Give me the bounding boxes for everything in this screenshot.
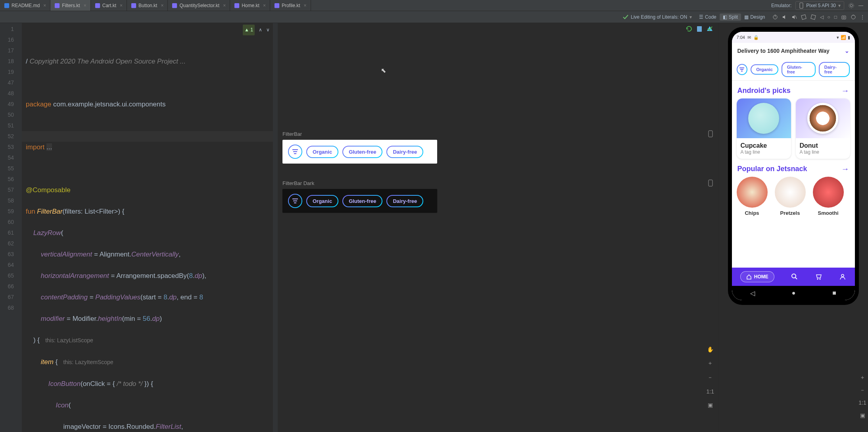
chip-gluten[interactable]: Gluten-free bbox=[342, 195, 382, 207]
tab-home[interactable]: Home.kt× bbox=[230, 0, 270, 11]
filter-icon[interactable] bbox=[737, 64, 748, 75]
zoom-out-icon[interactable]: － bbox=[858, 387, 866, 395]
code-editor[interactable]: ▲ 1 ∧ ∨ / Copyright 2020 The Android Ope… bbox=[22, 23, 278, 432]
device-deploy-icon[interactable] bbox=[696, 25, 703, 33]
line-gutter: 1161718194748495051525354555657585960616… bbox=[0, 23, 22, 432]
svg-point-32 bbox=[817, 279, 818, 280]
nav-up-icon[interactable]: ∧ bbox=[259, 25, 262, 35]
power-icon[interactable] bbox=[772, 14, 778, 20]
zoom-in-icon[interactable]: ＋ bbox=[707, 360, 713, 367]
minimize-icon[interactable]: — bbox=[858, 3, 863, 8]
system-nav: ◁ ● ■ bbox=[732, 286, 855, 300]
cart-icon[interactable] bbox=[815, 273, 822, 280]
emulator-screen[interactable]: 7:04 ✉ 🔒 ▾📶▮ Delivery to 1600 Amphitheat… bbox=[732, 32, 855, 300]
svg-rect-2 bbox=[95, 3, 100, 8]
sys-overview-icon[interactable]: ■ bbox=[832, 289, 836, 297]
tab-cart[interactable]: Cart.kt× bbox=[91, 0, 127, 11]
pan-icon[interactable]: ✋ bbox=[707, 346, 714, 353]
popular-chips[interactable]: Chips bbox=[737, 177, 768, 216]
chip-organic[interactable]: Organic bbox=[306, 146, 338, 158]
chip-organic[interactable]: Organic bbox=[751, 64, 778, 75]
fit-screen-icon[interactable]: ▣ bbox=[858, 412, 866, 420]
close-icon[interactable]: × bbox=[223, 3, 226, 8]
device-selector[interactable]: Pixel 5 API 30▾ bbox=[795, 1, 844, 10]
svg-rect-18 bbox=[697, 26, 702, 32]
popular-smoothie[interactable]: Smoothi bbox=[813, 177, 844, 216]
rotate-right-icon[interactable] bbox=[810, 14, 816, 20]
live-edit-toggle[interactable]: Live Editing of Literals: ON▾ bbox=[623, 14, 692, 20]
tab-quantity[interactable]: QuantitySelector.kt× bbox=[168, 0, 230, 11]
chip-gluten[interactable]: Gluten-free bbox=[782, 62, 816, 77]
view-design[interactable]: ▦ Design bbox=[741, 14, 768, 21]
preview-dark-label: FilterBar Dark bbox=[282, 180, 314, 186]
search-icon[interactable] bbox=[791, 273, 798, 280]
delivery-address[interactable]: Delivery to 1600 Amphitheater Way ⌄ bbox=[732, 43, 855, 59]
chip-dairy[interactable]: Dairy-free bbox=[386, 195, 423, 207]
profile-icon[interactable] bbox=[839, 273, 846, 280]
zoom-out-icon[interactable]: － bbox=[707, 374, 713, 381]
filter-icon[interactable] bbox=[288, 145, 302, 159]
section-popular: Popular on Jetsnack bbox=[737, 165, 807, 173]
chevron-down-icon: ⌄ bbox=[845, 48, 849, 54]
tab-profile[interactable]: Profile.kt× bbox=[270, 0, 311, 11]
refresh-icon[interactable] bbox=[686, 25, 693, 33]
bottom-nav: HOME bbox=[732, 268, 855, 286]
record-icon[interactable] bbox=[851, 14, 856, 20]
phone-frame: 7:04 ✉ 🔒 ▾📶▮ Delivery to 1600 Amphitheat… bbox=[728, 27, 859, 305]
snack-cupcake[interactable]: CupcakeA tag line bbox=[737, 98, 791, 159]
nav-home[interactable]: HOME bbox=[740, 271, 774, 282]
section-androids-picks: Android's picks bbox=[737, 87, 791, 95]
chip-dairy[interactable]: Dairy-free bbox=[386, 146, 423, 158]
close-icon[interactable]: × bbox=[84, 3, 86, 8]
zoom-fit-icon[interactable]: 1:1 bbox=[707, 388, 714, 395]
preview-light-label: FilterBar bbox=[282, 131, 302, 137]
sys-home-icon[interactable]: ● bbox=[792, 289, 796, 297]
status-bar: 7:04 ✉ 🔒 ▾📶▮ bbox=[732, 32, 855, 43]
arrow-right-icon[interactable]: → bbox=[841, 86, 849, 95]
phone-icon[interactable] bbox=[708, 179, 713, 187]
svg-rect-3 bbox=[131, 3, 136, 8]
close-icon[interactable]: × bbox=[304, 3, 307, 8]
editor-tabs: README.md× Filters.kt× Cart.kt× Button.k… bbox=[0, 0, 311, 11]
gear-icon[interactable] bbox=[848, 2, 855, 9]
chip-organic[interactable]: Organic bbox=[306, 195, 338, 207]
fit-screen-icon[interactable]: ▣ bbox=[708, 402, 713, 408]
back-nav-icon[interactable]: ◁ bbox=[820, 14, 824, 20]
svg-point-9 bbox=[849, 3, 854, 8]
tab-button[interactable]: Button.kt× bbox=[127, 0, 168, 11]
phone-icon[interactable] bbox=[708, 130, 713, 137]
arrow-right-icon[interactable]: → bbox=[841, 164, 849, 174]
rotate-left-icon[interactable] bbox=[801, 14, 807, 20]
snack-donut[interactable]: DonutA tag line bbox=[796, 98, 850, 159]
close-icon[interactable]: × bbox=[263, 3, 266, 8]
screenshot-icon[interactable] bbox=[841, 14, 847, 20]
close-icon[interactable]: × bbox=[161, 3, 163, 8]
view-code[interactable]: ☰ Code bbox=[696, 14, 720, 21]
more-icon[interactable]: ⋮ bbox=[860, 14, 865, 20]
svg-rect-23 bbox=[709, 180, 712, 186]
chip-gluten[interactable]: Gluten-free bbox=[342, 146, 382, 158]
sys-back-icon[interactable]: ◁ bbox=[750, 289, 755, 297]
svg-rect-13 bbox=[801, 14, 806, 19]
tab-readme[interactable]: README.md× bbox=[0, 0, 50, 11]
chip-dairy[interactable]: Dairy-free bbox=[819, 62, 850, 77]
svg-line-12 bbox=[795, 15, 797, 19]
view-split[interactable]: ◧ Split bbox=[720, 14, 741, 21]
zoom-in-icon[interactable]: ＋ bbox=[858, 374, 866, 382]
svg-rect-7 bbox=[800, 3, 803, 8]
close-icon[interactable]: × bbox=[43, 3, 46, 8]
volume-up-icon[interactable] bbox=[782, 14, 787, 20]
nav-down-icon[interactable]: ∨ bbox=[266, 25, 270, 35]
close-icon[interactable]: × bbox=[120, 3, 123, 8]
tab-filters[interactable]: Filters.kt× bbox=[50, 0, 90, 11]
home-nav-icon[interactable]: ○ bbox=[828, 14, 830, 20]
svg-point-8 bbox=[850, 4, 853, 7]
svg-point-30 bbox=[792, 274, 796, 278]
overview-nav-icon[interactable]: □ bbox=[834, 14, 837, 20]
svg-line-31 bbox=[795, 278, 797, 279]
warnings-badge[interactable]: ▲ 1 bbox=[243, 25, 255, 35]
filter-icon[interactable] bbox=[288, 194, 302, 208]
popular-pretzels[interactable]: Pretzels bbox=[775, 177, 806, 216]
volume-down-icon[interactable] bbox=[791, 14, 797, 20]
zoom-fit-icon[interactable]: 1:1 bbox=[858, 399, 866, 407]
